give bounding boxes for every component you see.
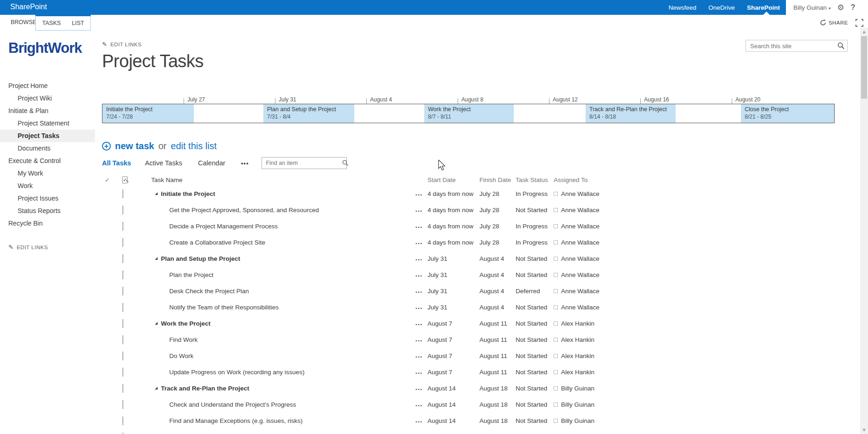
item-menu-ellipsis[interactable]: ••• xyxy=(415,274,422,278)
assigned-to-name[interactable]: Anne Wallace xyxy=(561,255,600,262)
collapse-triangle-icon[interactable] xyxy=(155,322,158,325)
row-checkbox[interactable] xyxy=(122,189,123,198)
scrollbar-thumb[interactable] xyxy=(861,36,867,99)
assigned-to-name[interactable]: Anne Wallace xyxy=(561,223,600,230)
view-calendar[interactable]: Calendar xyxy=(198,159,225,167)
focus-mode-icon[interactable] xyxy=(855,19,863,27)
collapse-triangle-icon[interactable] xyxy=(155,387,158,390)
tab-tasks[interactable]: TASKS xyxy=(42,20,61,26)
item-menu-ellipsis[interactable]: ••• xyxy=(415,420,422,424)
task-name[interactable]: Plan the Project xyxy=(151,271,213,278)
view-active-tasks[interactable]: Active Tasks xyxy=(145,159,182,167)
sidebar-item-recycle-bin[interactable]: Recycle Bin xyxy=(0,217,95,230)
row-checkbox[interactable] xyxy=(122,352,123,360)
row-checkbox[interactable] xyxy=(122,416,123,425)
header-finish-date[interactable]: Finish Date xyxy=(479,176,511,183)
assigned-to-name[interactable]: Alex Hankin xyxy=(561,352,594,359)
user-menu[interactable]: Billy Guinan▾ xyxy=(793,4,831,11)
select-all-checkbox[interactable]: ✓✎ xyxy=(122,176,128,183)
header-check-icon[interactable]: ✓ xyxy=(105,176,110,183)
task-name[interactable]: Get the Project Approved, Sponsored, and… xyxy=(151,207,319,214)
sidebar-item-documents[interactable]: Documents xyxy=(0,142,95,155)
item-menu-ellipsis[interactable]: ••• xyxy=(415,339,422,343)
task-name[interactable]: Do Work xyxy=(151,352,193,359)
assigned-to-name[interactable]: Alex Hankin xyxy=(561,320,594,327)
task-name[interactable]: Desk Check the Project Plan xyxy=(151,288,249,295)
row-checkbox[interactable] xyxy=(122,287,123,296)
item-menu-ellipsis[interactable]: ••• xyxy=(415,355,422,359)
assigned-to-name[interactable]: Anne Wallace xyxy=(561,304,600,311)
task-name[interactable]: Decide a Project Management Process xyxy=(151,223,278,230)
item-menu-ellipsis[interactable]: ••• xyxy=(415,403,422,408)
assigned-to-name[interactable]: Billy Guinan xyxy=(561,417,594,424)
header-task-name[interactable]: Task Name xyxy=(151,176,183,183)
sidebar-item-work[interactable]: Work xyxy=(0,180,95,192)
assigned-to-name[interactable]: Alex Hankin xyxy=(561,369,594,376)
assigned-to-name[interactable]: Anne Wallace xyxy=(561,207,600,214)
sidebar-item-project-home[interactable]: Project Home xyxy=(0,80,95,92)
task-name[interactable]: Update Progress on Work (recording any i… xyxy=(151,369,305,376)
sidebar-item-my-work[interactable]: My Work xyxy=(0,167,95,180)
tab-browse[interactable]: BROWSE xyxy=(11,19,37,25)
task-name[interactable]: Check and Understand the Project's Progr… xyxy=(151,401,296,408)
sidebar-item-project-statement[interactable]: Project Statement xyxy=(0,117,95,130)
sidebar-item-project-issues[interactable]: Project Issues xyxy=(0,192,95,205)
find-item-input[interactable] xyxy=(262,160,342,166)
row-checkbox[interactable] xyxy=(122,270,123,279)
item-menu-ellipsis[interactable]: ••• xyxy=(415,258,422,262)
row-checkbox[interactable] xyxy=(122,254,123,263)
row-checkbox[interactable] xyxy=(122,400,123,409)
row-checkbox[interactable] xyxy=(122,303,123,312)
item-menu-ellipsis[interactable]: ••• xyxy=(415,209,422,214)
assigned-to-name[interactable]: Anne Wallace xyxy=(561,271,600,278)
scrollbar-down-icon[interactable]: ▼ xyxy=(860,426,868,434)
timeline-bar[interactable]: Plan and Setup the Project 7/31 - 8/4 xyxy=(263,104,354,123)
find-search-icon[interactable] xyxy=(342,160,349,166)
header-start-date[interactable]: Start Date xyxy=(428,176,456,183)
timeline-bar[interactable]: Close the Project 8/21 - 8/25 xyxy=(741,104,834,123)
row-checkbox[interactable] xyxy=(122,433,123,434)
sidebar-item-project-wiki[interactable]: Project Wiki xyxy=(0,92,95,105)
assigned-to-name[interactable]: Anne Wallace xyxy=(561,239,600,246)
row-checkbox[interactable] xyxy=(122,206,123,214)
item-menu-ellipsis[interactable]: ••• xyxy=(415,241,422,246)
sidebar-item-status-reports[interactable]: Status Reports xyxy=(0,205,95,217)
view-all-tasks[interactable]: All Tasks xyxy=(102,159,131,167)
sidebar-edit-links[interactable]: ✎ EDIT LINKS xyxy=(8,244,95,251)
sidebar-item-initiate-plan[interactable]: Initiate & Plan xyxy=(0,105,95,117)
page-edit-links[interactable]: ✎ EDIT LINKS xyxy=(102,41,853,48)
item-menu-ellipsis[interactable]: ••• xyxy=(415,290,422,295)
tab-list[interactable]: LIST xyxy=(72,20,84,26)
plus-icon[interactable]: + xyxy=(102,142,111,151)
item-menu-ellipsis[interactable]: ••• xyxy=(415,322,422,327)
row-checkbox[interactable] xyxy=(122,335,123,344)
timeline-bar[interactable]: Work the Project 8/7 - 8/11 xyxy=(424,104,514,123)
task-name[interactable]: Plan and Setup the Project xyxy=(161,255,240,262)
row-checkbox[interactable] xyxy=(122,368,123,377)
suite-link-onedrive[interactable]: OneDrive xyxy=(708,4,735,11)
edit-this-list-link[interactable]: edit this list xyxy=(171,141,217,151)
suite-link-sharepoint[interactable]: SharePoint xyxy=(747,4,780,11)
help-icon[interactable]: ? xyxy=(851,3,855,12)
header-task-status[interactable]: Task Status xyxy=(516,176,548,183)
scrollbar-up-icon[interactable]: ▲ xyxy=(860,28,868,36)
task-name[interactable]: Notify the Team of their Responsibilitie… xyxy=(151,304,279,311)
item-menu-ellipsis[interactable]: ••• xyxy=(415,387,422,392)
item-menu-ellipsis[interactable]: ••• xyxy=(415,193,422,197)
item-menu-ellipsis[interactable]: ••• xyxy=(415,371,422,376)
timeline-bar[interactable]: Track and Re-Plan the Project 8/14 - 8/1… xyxy=(586,104,676,123)
sidebar-item-execute-control[interactable]: Execute & Control xyxy=(0,155,95,167)
timeline-bar[interactable]: Initiate the Project 7/24 - 7/28 xyxy=(102,104,194,123)
assigned-to-name[interactable]: Anne Wallace xyxy=(561,190,600,197)
assigned-to-name[interactable]: Anne Wallace xyxy=(561,288,600,295)
new-task-link[interactable]: new task xyxy=(115,141,154,151)
task-name[interactable]: Find and Manage Exceptions (e.g. issues,… xyxy=(151,417,302,424)
row-checkbox[interactable] xyxy=(122,319,123,328)
brightwork-logo[interactable]: BrightWork xyxy=(8,40,95,57)
task-name[interactable]: Work the Project xyxy=(161,320,211,327)
task-name[interactable]: Find Work xyxy=(151,336,198,343)
more-views-ellipsis[interactable]: ••• xyxy=(241,160,249,167)
row-checkbox[interactable] xyxy=(122,238,123,247)
task-name[interactable]: Create a Collaborative Project Site xyxy=(151,239,265,246)
item-menu-ellipsis[interactable]: ••• xyxy=(415,306,422,311)
